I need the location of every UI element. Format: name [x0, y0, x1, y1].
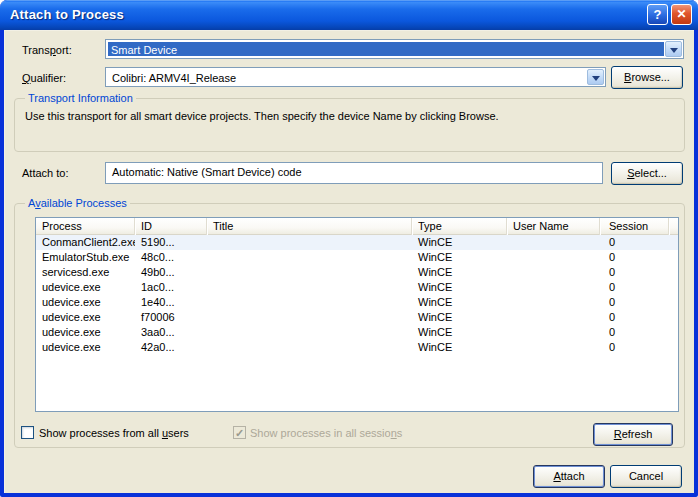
refresh-button[interactable]: Refresh [593, 423, 673, 446]
cell-type: WinCE [412, 325, 507, 340]
cell-process: ConmanClient2.exe [36, 235, 135, 250]
cell-session: 0 [600, 235, 669, 250]
cell-title [207, 265, 412, 280]
cell-id: 5190... [135, 235, 207, 250]
table-row[interactable]: udevice.exe 1ac0... WinCE 0 [36, 280, 678, 295]
cell-title [207, 250, 412, 265]
cell-process: EmulatorStub.exe [36, 250, 135, 265]
title-bar[interactable]: Attach to Process ? ✕ [0, 0, 698, 30]
process-list[interactable]: Process ID Title Type User Name Session … [35, 217, 679, 412]
cancel-button[interactable]: Cancel [610, 465, 682, 488]
transport-label: Transport: [22, 43, 72, 57]
cell-id: 1ac0... [135, 280, 207, 295]
cell-title [207, 235, 412, 250]
cell-user-name [507, 280, 600, 295]
select-button[interactable]: Select... [611, 162, 683, 185]
cell-session: 0 [600, 340, 669, 355]
cell-title [207, 295, 412, 310]
table-row[interactable]: ConmanClient2.exe 5190... WinCE 0 [36, 235, 678, 250]
table-row[interactable]: EmulatorStub.exe 48c0... WinCE 0 [36, 250, 678, 265]
cell-type: WinCE [412, 250, 507, 265]
show-all-sessions-label: Show processes in all sessions [250, 426, 402, 440]
cell-id: 1e40... [135, 295, 207, 310]
qualifier-dropdown[interactable]: Colibri: ARMV4I_Release [105, 67, 606, 87]
cell-user-name [507, 310, 600, 325]
cell-process: udevice.exe [36, 340, 135, 355]
table-row[interactable]: udevice.exe 1e40... WinCE 0 [36, 295, 678, 310]
cell-type: WinCE [412, 265, 507, 280]
cell-title [207, 325, 412, 340]
cell-id: 49b0... [135, 265, 207, 280]
cell-session: 0 [600, 325, 669, 340]
attach-button[interactable]: Attach [533, 465, 605, 488]
attach-to-label: Attach to: [22, 166, 68, 180]
show-all-sessions-checkbox: ✓ [233, 426, 246, 439]
close-icon[interactable]: ✕ [671, 4, 692, 25]
cell-type: WinCE [412, 280, 507, 295]
cell-id: 42a0... [135, 340, 207, 355]
transport-selected-value: Smart Device [108, 42, 664, 56]
cell-user-name [507, 340, 600, 355]
cell-type: WinCE [412, 295, 507, 310]
column-header-type[interactable]: Type [412, 218, 507, 235]
cell-title [207, 280, 412, 295]
cell-process: udevice.exe [36, 280, 135, 295]
cell-id: 3aa0... [135, 325, 207, 340]
column-header-id[interactable]: ID [135, 218, 207, 235]
chevron-down-icon[interactable] [587, 69, 604, 85]
qualifier-label: Qualifier: [22, 71, 66, 85]
cell-process: udevice.exe [36, 310, 135, 325]
cell-session: 0 [600, 310, 669, 325]
cell-user-name [507, 250, 600, 265]
table-row[interactable]: udevice.exe 3aa0... WinCE 0 [36, 325, 678, 340]
transport-information-text: Use this transport for all smart device … [25, 109, 674, 123]
cell-id: f70006 [135, 310, 207, 325]
show-all-users-checkbox[interactable] [21, 426, 34, 439]
process-list-header: Process ID Title Type User Name Session [36, 218, 678, 235]
cell-type: WinCE [412, 310, 507, 325]
qualifier-selected-value: Colibri: ARMV4I_Release [108, 70, 586, 84]
help-icon[interactable]: ? [647, 4, 668, 25]
cell-session: 0 [600, 295, 669, 310]
cell-user-name [507, 235, 600, 250]
cell-type: WinCE [412, 235, 507, 250]
transport-dropdown[interactable]: Smart Device [105, 39, 684, 59]
available-processes-title: Available Processes [25, 197, 130, 210]
available-processes-group: Available Processes Process ID Title Typ… [14, 203, 685, 448]
transport-information-title: Transport Information [25, 92, 136, 105]
column-header-filler [669, 218, 678, 235]
column-header-user-name[interactable]: User Name [507, 218, 600, 235]
browse-button[interactable]: Browse... [611, 66, 683, 89]
cell-process: udevice.exe [36, 325, 135, 340]
cell-user-name [507, 265, 600, 280]
table-row[interactable]: udevice.exe f70006 WinCE 0 [36, 310, 678, 325]
cell-title [207, 340, 412, 355]
cell-title [207, 310, 412, 325]
column-header-process[interactable]: Process [36, 218, 135, 235]
cell-session: 0 [600, 250, 669, 265]
cell-id: 48c0... [135, 250, 207, 265]
cell-process: udevice.exe [36, 295, 135, 310]
show-all-users-label: Show processes from all users [39, 426, 189, 440]
attach-to-process-dialog: Attach to Process ? ✕ Transport: Smart D… [0, 0, 698, 497]
column-header-session[interactable]: Session [600, 218, 669, 235]
transport-information-group: Transport Information Use this transport… [14, 98, 685, 152]
attach-to-field[interactable]: Automatic: Native (Smart Device) code [105, 162, 603, 184]
cell-session: 0 [600, 280, 669, 295]
cell-type: WinCE [412, 340, 507, 355]
table-row[interactable]: servicesd.exe 49b0... WinCE 0 [36, 265, 678, 280]
dialog-body: Transport: Smart Device Qualifier: Colib… [4, 30, 694, 493]
window-title: Attach to Process [10, 7, 124, 22]
cell-process: servicesd.exe [36, 265, 135, 280]
table-row[interactable]: udevice.exe 42a0... WinCE 0 [36, 340, 678, 355]
column-header-title[interactable]: Title [207, 218, 412, 235]
cell-user-name [507, 295, 600, 310]
chevron-down-icon[interactable] [665, 41, 682, 57]
cell-user-name [507, 325, 600, 340]
cell-session: 0 [600, 265, 669, 280]
